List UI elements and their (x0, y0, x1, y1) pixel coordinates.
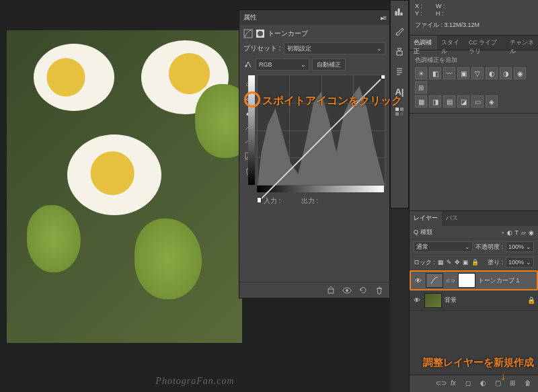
svg-point-2 (258, 31, 263, 36)
properties-panel: 属性 ▸≡ トーンカーブ プリセット : 初期設定⌄ RGB⌄ 自動 (239, 9, 390, 299)
swatches-icon[interactable] (394, 106, 405, 117)
adjustments-hint: 色調補正を追加 (415, 56, 533, 65)
adj-curves-icon[interactable]: 〰 (443, 67, 455, 79)
layer-row[interactable]: 👁 背景 🔒 (410, 290, 538, 311)
fill-input[interactable]: 100%⌄ (506, 257, 534, 268)
info-y-label: Y : (415, 10, 422, 17)
channel-select[interactable]: RGB⌄ (256, 58, 309, 71)
properties-panel-title: 属性 (243, 13, 257, 22)
mask-icon (256, 29, 265, 38)
svg-rect-13 (395, 112, 399, 116)
svg-rect-8 (328, 289, 334, 293)
svg-point-3 (245, 65, 247, 67)
adj-bw-icon[interactable]: ◑ (500, 67, 512, 79)
lock-all-icon[interactable]: 🔒 (471, 259, 479, 266)
layer-row[interactable]: 👁 ⊂⊃ トーンカーブ 1 (410, 270, 538, 290)
adjustment-tabs: 色調補正 スタイル CC ライブラリ チャンネル (410, 36, 538, 50)
visibility-icon[interactable] (342, 286, 352, 295)
delete-layer-icon[interactable]: 🗑 (525, 379, 534, 389)
file-size-label: ファイル : (415, 22, 443, 28)
layer-name[interactable]: トーンカーブ 1 (478, 276, 520, 285)
curves-icon (243, 29, 253, 38)
blend-mode-select[interactable]: 通常⌄ (414, 241, 473, 252)
clone-icon[interactable] (394, 46, 405, 57)
histogram-icon[interactable] (394, 6, 405, 17)
lock-move-icon[interactable]: ✥ (455, 259, 460, 266)
link-layers-icon[interactable]: ⊂⊃ (436, 379, 445, 389)
watermark-text: PhotograFan.com (155, 376, 234, 387)
adjustments-panel: 色調補正を追加 ☀ ◧ 〰 ▣ ▽ ◐ ◑ ◉ ⊞ ▦ ◨ ▤ ◪ ▭ ◈ (410, 50, 538, 114)
adj-levels-icon[interactable]: ◧ (429, 67, 441, 79)
lock-artboard-icon[interactable]: ▣ (463, 259, 469, 266)
tab-style[interactable]: スタイル (437, 36, 465, 50)
brush-icon[interactable] (394, 26, 405, 37)
document-canvas[interactable] (7, 30, 242, 343)
mask-thumb[interactable] (458, 273, 475, 288)
trash-icon[interactable] (375, 286, 384, 295)
visibility-toggle-icon[interactable]: 👁 (412, 297, 422, 304)
right-panels: X : Y : W : H : ファイル : 3.12M/3.12M 色調補正 … (409, 0, 538, 392)
adj-gradient-map-icon[interactable]: ▭ (471, 95, 484, 108)
adj-photo-filter-icon[interactable]: ◉ (514, 67, 526, 79)
tab-layers[interactable]: レイヤー (410, 211, 442, 226)
filter-shape-icon[interactable]: ▱ (521, 229, 526, 236)
reset-icon[interactable] (358, 286, 368, 295)
adj-selective-icon[interactable]: ◈ (486, 95, 498, 108)
adj-exposure-icon[interactable]: ▣ (457, 67, 469, 79)
tab-color-adjust[interactable]: 色調補正 (410, 36, 437, 50)
opacity-label: 不透明度 : (475, 243, 503, 251)
tab-paths[interactable]: パス (442, 211, 462, 226)
layer-thumb (424, 293, 442, 308)
panel-menu-icon[interactable]: ▸≡ (381, 14, 385, 22)
fx-icon[interactable]: fx (451, 379, 460, 389)
lock-icon: 🔒 (527, 297, 535, 304)
new-adjustment-icon[interactable]: ◐ (480, 379, 490, 389)
svg-rect-11 (395, 108, 399, 111)
adj-posterize-icon[interactable]: ▤ (443, 95, 455, 108)
filter-pixel-icon[interactable]: ▫ (502, 229, 504, 236)
tab-channel[interactable]: チャンネル (506, 36, 538, 50)
chevron-down-icon: ⌄ (301, 61, 306, 68)
new-layer-icon[interactable]: ⊞ (510, 379, 519, 389)
curve-graph[interactable] (257, 75, 385, 186)
adjustment-thumb (426, 273, 443, 288)
character-icon[interactable]: A| (395, 87, 404, 97)
svg-rect-14 (400, 112, 404, 116)
svg-line-5 (258, 75, 385, 202)
auto-button[interactable]: 自動補正 (312, 58, 346, 71)
new-group-icon[interactable]: ▢ (495, 379, 504, 389)
visibility-toggle-icon[interactable]: 👁 (414, 277, 423, 284)
filter-adj-icon[interactable]: ◐ (507, 229, 512, 236)
link-icon[interactable]: ⊂⊃ (446, 278, 455, 284)
tab-cc-library[interactable]: CC ライブラリ (465, 36, 506, 50)
layers-kind-label: Q 種類 (414, 228, 432, 237)
fill-label: 塗り : (488, 258, 503, 267)
lock-trans-icon[interactable]: ▦ (438, 259, 444, 266)
svg-rect-7 (381, 75, 385, 79)
svg-point-10 (346, 289, 348, 292)
preset-select[interactable]: 初期設定⌄ (284, 42, 385, 54)
info-panel: X : Y : W : H : ファイル : 3.12M/3.12M (410, 0, 538, 36)
adj-hue-icon[interactable]: ◐ (486, 67, 498, 79)
adj-vibrance-icon[interactable]: ▽ (471, 67, 484, 79)
filter-type-icon[interactable]: T (515, 229, 519, 236)
chevron-down-icon: ⌄ (377, 45, 382, 52)
adj-threshold-icon[interactable]: ◪ (457, 95, 469, 108)
info-w-label: W : (436, 3, 445, 9)
adj-invert-icon[interactable]: ◨ (429, 95, 441, 108)
lock-label: ロック : (414, 258, 435, 267)
mask-add-icon[interactable]: ◻ (465, 379, 475, 389)
lock-paint-icon[interactable]: ✎ (447, 259, 452, 266)
paragraph-icon[interactable] (394, 67, 405, 77)
clip-icon[interactable] (326, 286, 336, 295)
info-h-label: H : (436, 10, 444, 17)
adj-mixer-icon[interactable]: ⊞ (415, 81, 427, 93)
filter-smart-icon[interactable]: ◉ (529, 229, 534, 236)
adj-lookup-icon[interactable]: ▦ (415, 95, 427, 108)
opacity-input[interactable]: 100%⌄ (506, 241, 534, 252)
on-image-adjust-icon[interactable] (243, 60, 253, 69)
right-tool-strip: A| (390, 0, 409, 208)
layer-name[interactable]: 背景 (445, 296, 457, 305)
adj-brightness-icon[interactable]: ☀ (415, 67, 427, 79)
properties-subhead: トーンカーブ (268, 29, 308, 38)
